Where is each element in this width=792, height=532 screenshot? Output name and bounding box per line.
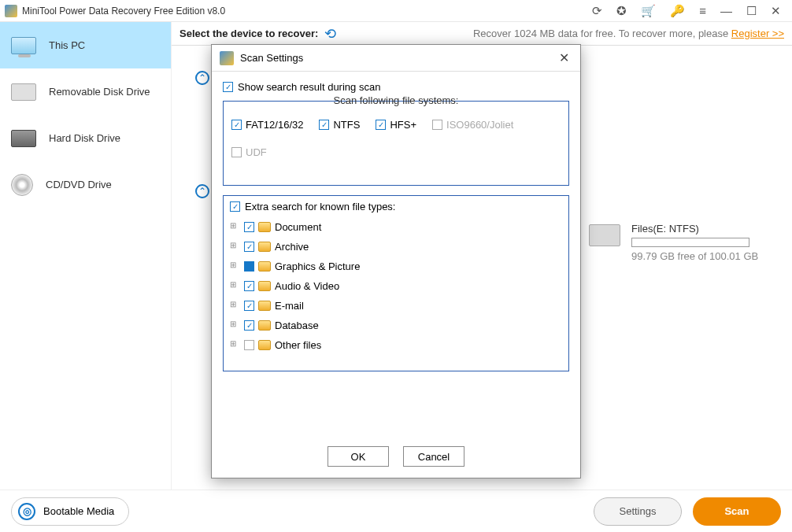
drive-usage-bar: [631, 238, 749, 247]
fs-hfs-label: HFS+: [390, 119, 416, 131]
filetype-checkbox[interactable]: ✓: [244, 222, 254, 232]
bootable-label: Bootable Media: [43, 505, 114, 517]
close-icon[interactable]: ✕: [771, 4, 781, 18]
dialog-icon: [220, 51, 234, 65]
sidebar-item-hdd[interactable]: Hard Disk Drive: [0, 115, 171, 161]
app-icon: [5, 5, 17, 17]
filetype-label: Archive: [275, 241, 309, 253]
fs-fat-label: FAT12/16/32: [246, 119, 303, 131]
hdd-icon: [11, 130, 36, 147]
folder-icon: [258, 242, 271, 252]
dialog-title: Scan Settings: [240, 52, 556, 64]
menu-icon[interactable]: ≡: [699, 4, 706, 17]
sidebar: This PC Removable Disk Drive Hard Disk D…: [0, 22, 172, 508]
footer: ◎ Bootable Media Settings Scan: [0, 490, 792, 532]
filetype-row[interactable]: ✓Archive: [230, 237, 562, 257]
show-result-checkbox[interactable]: ✓: [223, 82, 233, 92]
usb-drive-icon: [11, 83, 36, 101]
drive-free-text: 99.79 GB free of 100.01 GB: [631, 250, 758, 262]
key-icon[interactable]: 🔑: [670, 4, 685, 18]
collapse-toggle-icon[interactable]: ⌃: [195, 184, 209, 198]
filetype-row[interactable]: Graphics & Picture: [230, 257, 562, 276]
filetype-label: E-mail: [275, 300, 304, 312]
filetype-label: Database: [275, 320, 319, 331]
extra-search-label: Extra search for known file types:: [245, 201, 395, 212]
fs-udf-label: UDF: [246, 146, 267, 158]
filetype-row[interactable]: ✓Audio & Video: [230, 276, 562, 296]
drive-info: Files(E: NTFS) 99.79 GB free of 100.01 G…: [631, 223, 758, 262]
help-icon[interactable]: ✪: [616, 4, 627, 18]
folder-icon: [258, 222, 271, 232]
filetype-row[interactable]: ✓Document: [230, 217, 562, 237]
minimize-icon[interactable]: —: [720, 4, 732, 17]
fs-hfs-checkbox[interactable]: ✓: [376, 120, 386, 130]
filetype-label: Audio & Video: [275, 280, 339, 292]
folder-icon: [258, 261, 271, 272]
maximize-icon[interactable]: ☐: [746, 4, 757, 18]
fs-fat-checkbox[interactable]: ✓: [231, 120, 242, 130]
dialog-close-icon[interactable]: ✕: [556, 50, 572, 65]
fs-legend: Scan following file systems:: [224, 94, 568, 106]
dialog-cancel-button[interactable]: Cancel: [403, 446, 464, 467]
sidebar-item-label: Hard Disk Drive: [49, 132, 120, 144]
fs-ntfs-label: NTFS: [333, 119, 360, 131]
show-result-label: Show search result during scan: [238, 81, 380, 93]
fs-iso-checkbox[interactable]: ✓: [432, 120, 442, 130]
titlebar: MiniTool Power Data Recovery Free Editio…: [0, 0, 792, 22]
app-title: MiniTool Power Data Recovery Free Editio…: [22, 6, 592, 17]
filetype-checkbox[interactable]: ✓: [244, 281, 254, 291]
drive-card[interactable]: Files(E: NTFS) 99.79 GB free of 100.01 G…: [589, 223, 758, 262]
drive-icon: [589, 224, 620, 246]
scan-settings-dialog: Scan Settings ✕ ✓ Show search result dur…: [211, 44, 581, 478]
fs-udf-checkbox[interactable]: ✓: [231, 147, 242, 157]
filetype-checkbox[interactable]: ✓: [244, 320, 254, 331]
filetype-row[interactable]: ✓E-mail: [230, 296, 562, 316]
filetype-checkbox[interactable]: ✓: [244, 242, 254, 252]
monitor-icon: [11, 37, 36, 54]
scan-button[interactable]: Scan: [693, 497, 781, 526]
filetype-label: Other files: [275, 339, 321, 351]
sidebar-item-cd[interactable]: CD/DVD Drive: [0, 161, 171, 208]
dialog-titlebar: Scan Settings ✕: [212, 45, 580, 72]
filetype-checkbox[interactable]: ✓: [244, 301, 254, 311]
select-device-label: Select the device to recover:: [179, 28, 318, 39]
refresh-icon[interactable]: ⟳: [592, 4, 602, 18]
folder-icon: [258, 320, 271, 331]
filetype-label: Graphics & Picture: [275, 260, 360, 272]
dialog-body: ✓ Show search result during scan Scan fo…: [212, 72, 580, 381]
filetype-checkbox[interactable]: ✓: [244, 340, 254, 350]
refresh-devices-icon[interactable]: ⟲: [324, 25, 336, 42]
folder-icon: [258, 301, 271, 311]
promo-text: Recover 1024 MB data for free. To recove…: [473, 28, 784, 39]
filesystems-fieldset: Scan following file systems: ✓FAT12/16/3…: [223, 101, 569, 186]
filetype-tree: ✓Document✓ArchiveGraphics & Picture✓Audi…: [230, 217, 562, 355]
topbar: Select the device to recover: ⟲ Recover …: [172, 22, 792, 46]
dialog-ok-button[interactable]: OK: [328, 446, 389, 467]
drive-name: Files(E: NTFS): [631, 223, 758, 235]
sidebar-item-this-pc[interactable]: This PC: [0, 22, 171, 68]
filetypes-box: ✓ Extra search for known file types: ✓Do…: [223, 195, 569, 371]
filetype-row[interactable]: ✓Database: [230, 316, 562, 335]
fs-ntfs-checkbox[interactable]: ✓: [319, 120, 329, 130]
extra-search-checkbox[interactable]: ✓: [230, 201, 240, 212]
fs-iso-label: ISO9660/Joliet: [446, 119, 513, 131]
folder-icon: [258, 340, 271, 350]
cd-icon: [11, 174, 33, 196]
cart-icon[interactable]: 🛒: [641, 4, 656, 18]
folder-icon: [258, 281, 271, 291]
collapse-toggle-icon[interactable]: ⌃: [195, 71, 209, 85]
settings-button[interactable]: Settings: [594, 497, 682, 526]
sidebar-item-label: Removable Disk Drive: [49, 86, 150, 98]
bootable-media-button[interactable]: ◎ Bootable Media: [11, 497, 129, 526]
bootable-icon: ◎: [18, 503, 35, 520]
filetype-row[interactable]: ✓Other files: [230, 335, 562, 355]
sidebar-item-label: This PC: [49, 39, 85, 51]
filetype-label: Document: [275, 221, 321, 233]
register-link[interactable]: Register >>: [731, 28, 784, 39]
sidebar-item-label: CD/DVD Drive: [46, 179, 112, 190]
sidebar-item-removable[interactable]: Removable Disk Drive: [0, 68, 171, 115]
filetype-checkbox[interactable]: [244, 261, 254, 272]
